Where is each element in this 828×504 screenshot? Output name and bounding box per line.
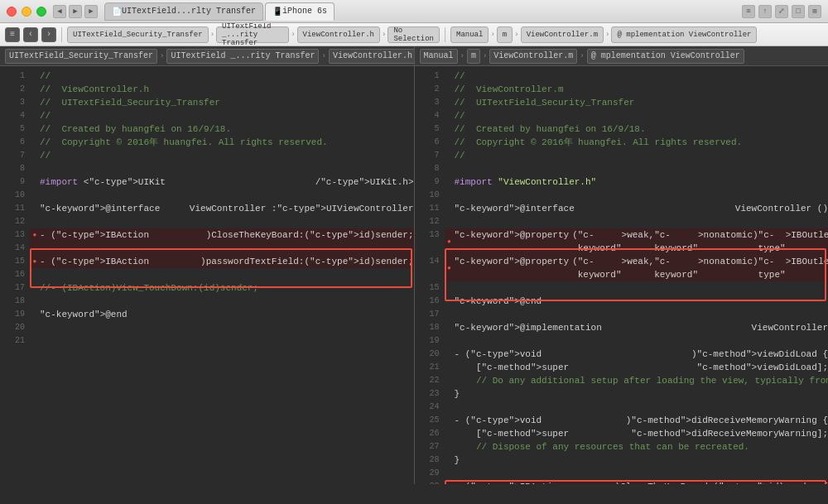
share-icon[interactable]: ↑ xyxy=(758,5,772,18)
fwd-btn[interactable]: ▶ xyxy=(69,5,82,18)
breakpoint-dot[interactable]: ● xyxy=(445,109,455,122)
line-content: ["c-method">super xyxy=(455,361,697,374)
path-item-1[interactable]: UITextField_Security_Transfer xyxy=(67,26,209,43)
expand-icon[interactable]: ⤢ xyxy=(775,5,788,18)
breakpoint-dot[interactable]: ● xyxy=(445,202,455,215)
rpane-path3[interactable]: ViewController.m xyxy=(489,49,577,64)
line-number: 19 xyxy=(0,308,30,321)
breakpoint-dot[interactable]: ● xyxy=(445,374,455,387)
breakpoint-dot[interactable]: ● xyxy=(445,295,455,308)
breakpoint-dot[interactable]: ● xyxy=(30,189,40,202)
breakpoint-dot[interactable]: ● xyxy=(445,83,455,96)
table-row: 18 ● xyxy=(0,295,414,308)
breakpoint-dot[interactable]: ● xyxy=(445,387,455,401)
rpane-path4[interactable]: @ mplementation ViewController xyxy=(587,49,744,64)
breakpoint-dot[interactable]: ● xyxy=(30,202,40,215)
line-content: // Do any additional setup after loading… xyxy=(455,374,829,387)
maximize-button[interactable] xyxy=(36,7,46,17)
breakpoint-dot[interactable]: ● xyxy=(445,321,455,334)
breakpoint-dot[interactable]: ● xyxy=(445,281,455,295)
breakpoint-dot[interactable]: ● xyxy=(30,109,40,122)
breakpoint-dot[interactable]: ● xyxy=(30,255,40,268)
rpath-item-1[interactable]: Manual xyxy=(450,26,489,43)
table-row: 2 ● // ViewController.h xyxy=(0,83,414,96)
breakpoint-dot[interactable]: ● xyxy=(30,70,40,83)
rpane-path2[interactable]: m xyxy=(467,49,480,64)
breakpoint-dot[interactable]: ● xyxy=(445,162,455,175)
breakpoint-dot[interactable]: ● xyxy=(30,215,40,228)
breakpoint-dot[interactable]: ● xyxy=(30,281,40,295)
breakpoint-dot[interactable]: ● xyxy=(445,361,455,374)
right-path: Manual › m › ViewController.m › @ mpleme… xyxy=(450,26,823,43)
breakpoint-dot[interactable]: ● xyxy=(30,242,40,255)
breakpoint-dot[interactable]: ● xyxy=(30,149,40,162)
lpane-path1[interactable]: UITextField_Security_Transfer xyxy=(5,49,157,64)
breakpoint-dot[interactable]: ● xyxy=(30,334,40,348)
fullscreen-icon[interactable]: ⊞ xyxy=(808,5,821,18)
breakpoint-dot[interactable]: ● xyxy=(445,122,455,136)
play-btn[interactable]: ▶ xyxy=(84,5,98,18)
breakpoint-dot[interactable]: ● xyxy=(445,334,455,348)
breakpoint-dot[interactable]: ● xyxy=(30,268,40,281)
line-content: // xyxy=(40,149,414,162)
line-number: 15 xyxy=(415,281,445,295)
breakpoint-dot[interactable]: ● xyxy=(445,228,455,255)
nav-forward[interactable]: › xyxy=(41,27,56,42)
breakpoint-dot[interactable]: ● xyxy=(445,427,455,440)
breakpoint-dot[interactable]: ● xyxy=(30,308,40,321)
traffic-lights xyxy=(7,7,46,17)
back-btn[interactable]: ◀ xyxy=(53,5,66,18)
breakpoint-dot[interactable]: ● xyxy=(445,136,455,149)
line-number: 22 xyxy=(415,374,445,387)
breakpoint-dot[interactable]: ● xyxy=(445,189,455,202)
path-sep3: › xyxy=(382,31,386,39)
line-content xyxy=(455,162,829,175)
breakpoint-dot[interactable]: ● xyxy=(445,414,455,427)
breakpoint-dot[interactable]: ● xyxy=(30,228,40,242)
breakpoint-dot[interactable]: ● xyxy=(30,122,40,136)
close-button[interactable] xyxy=(7,7,17,17)
breakpoint-dot[interactable]: ● xyxy=(445,454,455,467)
lpane-path2[interactable]: UITextField _...rity Transfer xyxy=(166,49,319,64)
rpane-path1[interactable]: Manual xyxy=(420,49,458,64)
breakpoint-dot[interactable]: ● xyxy=(30,321,40,334)
breakpoint-dot[interactable]: ● xyxy=(445,70,455,83)
tab-uitextfield[interactable]: 📄 UITextField...rlty Transfer xyxy=(104,2,263,21)
path-item-2[interactable]: UITextField _...rity Transfer xyxy=(216,26,289,43)
breakpoint-dot[interactable]: ● xyxy=(30,295,40,308)
left-code-container[interactable]: 1 ● // 2 ● // ViewController.h 3 ● // UI… xyxy=(0,66,414,484)
line-content xyxy=(455,215,829,228)
path-item-3[interactable]: ViewController.h xyxy=(297,26,380,43)
table-row: 28 ● } xyxy=(415,454,829,467)
breakpoint-dot[interactable]: ● xyxy=(445,401,455,414)
breakpoint-dot[interactable]: ● xyxy=(30,136,40,149)
path-item-4[interactable]: No Selection xyxy=(388,26,440,43)
sidebar-toggle[interactable]: ≡ xyxy=(5,27,20,42)
lpane-path3[interactable]: ViewController.h xyxy=(329,49,414,64)
breakpoint-dot[interactable]: ● xyxy=(445,480,455,484)
nav-back[interactable]: ‹ xyxy=(23,27,38,42)
breakpoint-dot[interactable]: ● xyxy=(30,83,40,96)
breakpoint-dot[interactable]: ● xyxy=(445,175,455,189)
window-icon[interactable]: □ xyxy=(792,5,805,18)
rpath-item-4[interactable]: @ mplementation ViewController xyxy=(611,26,757,43)
tab-iphone[interactable]: 📱 iPhone 6s xyxy=(265,2,335,21)
breakpoint-dot[interactable]: ● xyxy=(445,348,455,361)
breakpoint-dot[interactable]: ● xyxy=(445,308,455,321)
sep2 xyxy=(445,27,445,42)
breakpoint-dot[interactable]: ● xyxy=(445,215,455,228)
rpath-item-3[interactable]: ViewController.m xyxy=(521,26,604,43)
breakpoint-dot[interactable]: ● xyxy=(445,255,455,281)
right-code-container[interactable]: 1 ● // 2 ● // ViewController.m 3 ● // UI… xyxy=(415,66,829,484)
breakpoint-dot[interactable]: ● xyxy=(445,440,455,454)
breakpoint-dot[interactable]: ● xyxy=(445,467,455,480)
breakpoint-dot[interactable]: ● xyxy=(30,175,40,189)
line-number: 12 xyxy=(415,215,445,228)
breakpoint-dot[interactable]: ● xyxy=(445,149,455,162)
minimize-button[interactable] xyxy=(22,7,31,17)
rpath-item-2[interactable]: m xyxy=(497,26,513,43)
breakpoint-dot[interactable]: ● xyxy=(445,96,455,109)
settings-icon[interactable]: ≡ xyxy=(742,5,755,18)
breakpoint-dot[interactable]: ● xyxy=(30,96,40,109)
breakpoint-dot[interactable]: ● xyxy=(30,162,40,175)
